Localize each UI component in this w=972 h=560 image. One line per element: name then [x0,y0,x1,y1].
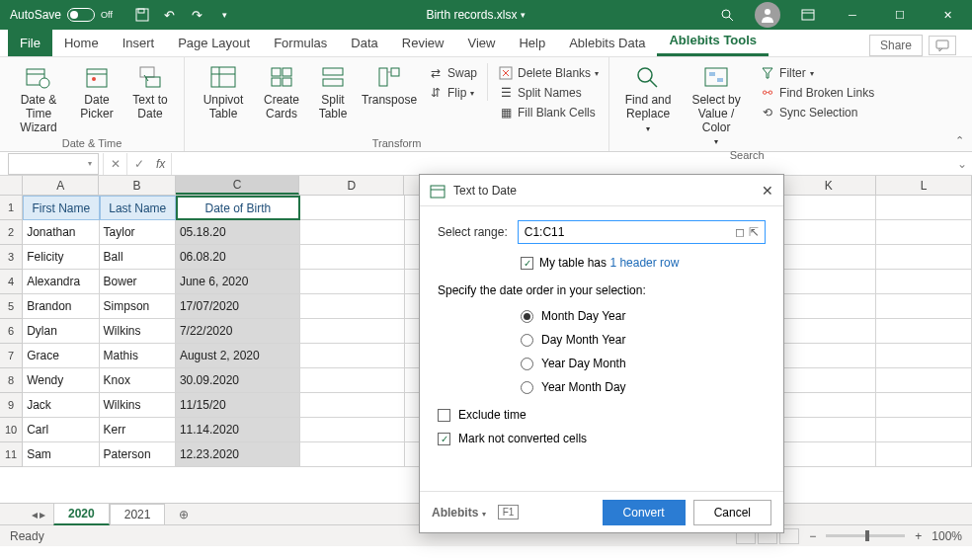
header-cell[interactable]: First Name [23,196,99,220]
data-cell[interactable]: 11.14.2020 [176,418,300,442]
date-time-wizard-button[interactable]: Date & Time Wizard [10,63,67,134]
data-cell[interactable]: Carl [23,418,99,442]
data-cell[interactable]: Felicity [23,245,99,270]
data-cell[interactable]: Sam [23,442,99,467]
flip-button[interactable]: ⇵Flip▾ [428,85,477,101]
row-header-1[interactable]: 1 [0,196,23,220]
data-cell[interactable]: Wilkins [100,319,176,344]
data-cell[interactable]: Taylor [100,220,176,245]
sync-selection-button[interactable]: ⟲Sync Selection [760,105,874,120]
split-table-button[interactable]: Split Table [311,63,355,121]
zoom-in-button[interactable]: + [915,529,922,543]
tab-page-layout[interactable]: Page Layout [166,30,262,56]
tab-view[interactable]: View [455,30,507,56]
ribbon-display-icon[interactable] [788,0,828,30]
header-row-checkbox[interactable]: ✓ [521,257,533,270]
row-header[interactable]: 3 [0,245,23,270]
header-row-link[interactable]: 1 header row [609,256,679,270]
add-sheet-button[interactable]: ⊕ [165,505,202,524]
date-picker-button[interactable]: Date Picker [73,63,121,121]
data-cell[interactable]: 06.08.20 [176,245,300,270]
pane-header[interactable]: Text to Date ✕ [420,175,783,206]
zoom-out-button[interactable]: − [809,529,816,543]
data-cell[interactable]: Mathis [100,344,176,368]
data-cell[interactable]: 17/07/2020 [176,294,300,319]
tab-review[interactable]: Review [390,30,456,56]
comments-button[interactable] [929,36,956,55]
find-replace-button[interactable]: Find and Replace▾ [619,63,677,133]
data-cell[interactable]: Alexandra [23,270,99,294]
row-header[interactable]: 6 [0,319,23,344]
row-header[interactable]: 2 [0,220,23,245]
data-cell[interactable]: June 6, 2020 [176,270,300,294]
tab-insert[interactable]: Insert [111,30,167,56]
data-cell[interactable]: Grace [23,344,99,368]
split-names-button[interactable]: ☰Split Names [498,85,599,101]
save-icon[interactable] [130,3,154,27]
radio-ymd[interactable] [521,381,533,394]
row-header[interactable]: 9 [0,393,23,418]
data-cell[interactable]: 05.18.20 [176,220,300,245]
find-broken-links-button[interactable]: ⚯Find Broken Links [760,85,874,101]
convert-button[interactable]: Convert [603,500,686,525]
zoom-level[interactable]: 100% [932,529,962,543]
data-cell[interactable]: 30.09.2020 [176,368,300,393]
share-button[interactable]: Share [869,35,923,56]
data-cell[interactable]: 12.23.2020 [176,442,300,467]
enter-formula-icon[interactable]: ✓ [126,153,150,175]
unpivot-table-button[interactable]: Unpivot Table [195,63,252,121]
sheet-tab-2021[interactable]: 2021 [110,504,166,525]
data-cell[interactable]: Bower [100,270,176,294]
redo-icon[interactable]: ↷ [186,3,209,27]
data-cell[interactable]: Paterson [100,442,176,467]
col-C[interactable]: C [176,176,300,195]
fill-blank-cells-button[interactable]: ▦Fill Blank Cells [498,105,599,120]
name-box[interactable]: ▾ [8,153,99,175]
range-input[interactable]: C1:C11 ◻ ⇱ [518,220,766,244]
close-button[interactable]: ✕ [925,0,970,30]
sheet-nav-prev[interactable]: ◂ [32,508,38,521]
col-K[interactable]: K [781,176,877,195]
tab-help[interactable]: Help [507,30,557,56]
row-header[interactable]: 4 [0,270,23,294]
sheet-nav-next[interactable]: ▸ [40,508,45,521]
zoom-slider[interactable] [826,534,905,537]
row-header[interactable]: 8 [0,368,23,393]
data-cell[interactable]: Jack [23,393,99,418]
data-cell[interactable]: Knox [100,368,176,393]
data-cell[interactable]: 7/22/2020 [176,319,300,344]
sheet-tab-2020[interactable]: 2020 [53,503,110,525]
radio-dmy[interactable] [521,334,533,347]
collapse-dialog-icon[interactable]: ◻ [735,225,745,239]
transpose-button[interactable]: Transpose [361,63,418,108]
maximize-button[interactable]: ☐ [877,0,923,30]
qat-dropdown-icon[interactable]: ▾ [213,3,237,27]
header-cell[interactable]: Last Name [100,196,176,220]
col-A[interactable]: A [23,176,99,195]
tab-home[interactable]: Home [52,30,111,56]
fx-icon[interactable]: fx [150,157,171,171]
cancel-button[interactable]: Cancel [693,500,771,525]
autosave-toggle[interactable]: AutoSave Off [0,8,122,22]
help-f1-button[interactable]: F1 [498,505,520,520]
data-cell[interactable]: Wilkins [100,393,176,418]
col-D[interactable]: D [299,176,404,195]
data-cell[interactable]: Simpson [100,294,176,319]
row-header[interactable]: 5 [0,294,23,319]
data-cell[interactable]: Jonathan [23,220,99,245]
text-to-date-button[interactable]: Text to Date [126,63,174,121]
swap-button[interactable]: ⇄Swap [428,65,477,81]
tab-ablebits-tools[interactable]: Ablebits Tools [657,27,769,56]
data-cell[interactable]: 11/15/20 [176,393,300,418]
data-cell[interactable]: Wendy [23,368,99,393]
select-all-corner[interactable] [0,176,23,195]
delete-blanks-button[interactable]: Delete Blanks▾ [498,65,599,81]
tab-formulas[interactable]: Formulas [262,30,339,56]
mark-not-converted-checkbox[interactable]: ✓ [438,433,450,445]
pane-close-button[interactable]: ✕ [762,183,773,199]
expand-formula-bar-icon[interactable]: ⌄ [952,157,972,171]
minimize-button[interactable]: ─ [830,0,875,30]
tab-data[interactable]: Data [339,30,389,56]
tab-ablebits-data[interactable]: Ablebits Data [557,30,657,56]
exclude-time-checkbox[interactable] [438,409,450,422]
